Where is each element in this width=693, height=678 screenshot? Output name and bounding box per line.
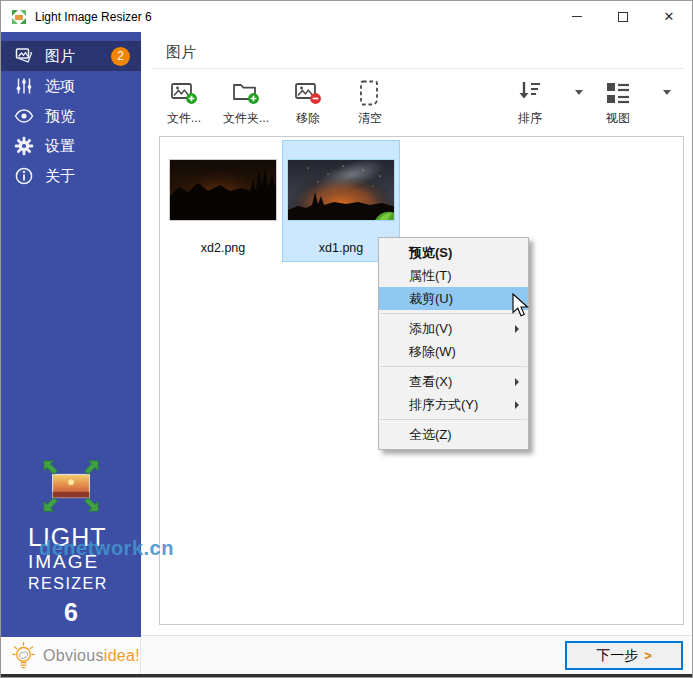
lightbulb-icon	[11, 639, 36, 673]
heading-divider	[151, 68, 684, 69]
view-icon	[603, 78, 633, 108]
sidebar-item-preview[interactable]: 预览	[1, 101, 141, 131]
menu-item-label: 添加(V)	[409, 320, 452, 338]
close-button[interactable]: ✕	[646, 1, 692, 32]
file-name: xd2.png	[165, 241, 281, 255]
menu-item-label: 全选(Z)	[409, 426, 452, 444]
menu-item-label: 查看(X)	[409, 373, 452, 391]
minimize-icon	[572, 16, 582, 17]
submenu-arrow-icon	[515, 401, 519, 409]
window-bottom-edge	[1, 674, 692, 677]
window-title: Light Image Resizer 6	[35, 10, 152, 24]
window-controls: ✕	[554, 1, 692, 32]
menu-item-label: 属性(T)	[409, 267, 452, 285]
sort-dropdown-caret-icon[interactable]	[575, 90, 583, 95]
photos-icon	[14, 46, 34, 66]
obviousidea-brand-bar[interactable]: Obviousidea!	[1, 637, 141, 674]
menu-separator	[380, 313, 527, 314]
menu-separator	[380, 419, 527, 420]
sidebar-item-settings[interactable]: 设置	[1, 131, 141, 161]
menu-item-label: 预览(S)	[409, 244, 452, 262]
file-thumbnail[interactable]	[169, 159, 277, 221]
sort-group: 排序	[507, 74, 595, 127]
footer-bar: 下一步 >	[141, 635, 691, 674]
brand-orange: idea!	[104, 647, 140, 664]
next-arrow-glyph: >	[644, 648, 652, 663]
menu-item-label: 排序方式(Y)	[409, 396, 478, 414]
sidebar-item-images[interactable]: 图片2	[1, 41, 141, 71]
brand-name: Obviousidea!	[43, 647, 140, 665]
menu-item-crop[interactable]: 裁剪(U)	[379, 287, 528, 310]
sidebar-item-label: 图片	[45, 47, 75, 66]
close-icon: ✕	[664, 10, 675, 23]
toolbar-button-label: 清空	[358, 110, 382, 127]
menu-separator	[380, 366, 527, 367]
toolbar-sort-button[interactable]: 排序	[507, 74, 553, 127]
toolbar-clear-button[interactable]: 清空	[347, 74, 393, 127]
add-folder-group: 文件夹...	[223, 74, 285, 127]
add-files-group: 文件...	[161, 74, 223, 127]
sliders-icon	[14, 76, 34, 96]
add-folder-icon	[231, 78, 261, 108]
brand-gray: Obvious	[43, 647, 104, 664]
sidebar-item-label: 设置	[45, 137, 75, 156]
title-bar[interactable]: Light Image Resizer 6 ✕	[1, 1, 692, 32]
sort-icon	[515, 78, 545, 108]
file-tile[interactable]: xd2.png	[164, 140, 282, 262]
view-dropdown-caret-icon[interactable]	[663, 90, 671, 95]
remove-group: 移除	[285, 74, 347, 127]
toolbar-remove-button[interactable]: 移除	[285, 74, 331, 127]
sidebar: 图片2选项预览设置关于 LIGHT IMAGE	[1, 32, 141, 674]
app-window: Light Image Resizer 6 ✕ 图片2选项预览设置关于	[0, 0, 693, 678]
toolbar-add-folder-button[interactable]: 文件夹...	[223, 74, 269, 127]
eye-icon	[14, 106, 34, 126]
watermark: denetwork.cn	[39, 537, 174, 560]
menu-item-remove[interactable]: 移除(W)	[379, 340, 528, 363]
menu-item-label: 移除(W)	[409, 343, 456, 361]
page-title: 图片	[166, 43, 196, 62]
view-group: 视图	[595, 74, 683, 127]
sidebar-item-label: 选项	[45, 77, 75, 96]
next-step-button[interactable]: 下一步 >	[565, 641, 683, 670]
menu-item-properties[interactable]: 属性(T)	[379, 264, 528, 287]
mouse-cursor-icon	[511, 293, 533, 323]
file-thumbnail[interactable]	[287, 159, 395, 221]
toolbar-view-button[interactable]: 视图	[595, 74, 641, 127]
menu-item-add[interactable]: 添加(V)	[379, 317, 528, 340]
toolbar-button-label: 移除	[296, 110, 320, 127]
info-icon	[14, 166, 34, 186]
menu-item-view[interactable]: 查看(X)	[379, 370, 528, 393]
submenu-arrow-icon	[515, 378, 519, 386]
maximize-icon	[618, 12, 628, 22]
menu-item-preview[interactable]: 预览(S)	[379, 241, 528, 264]
add-file-icon	[169, 78, 199, 108]
submenu-arrow-icon	[515, 325, 519, 333]
context-menu: 预览(S)属性(T)裁剪(U)添加(V)移除(W)查看(X)排序方式(Y)全选(…	[378, 237, 529, 450]
toolbar: 文件...文件夹...移除清空 排序视图	[161, 74, 683, 132]
sidebar-item-about[interactable]: 关于	[1, 161, 141, 191]
toolbar-add-files-button[interactable]: 文件...	[161, 74, 207, 127]
app-logo-icon	[11, 9, 27, 25]
gear-icon	[14, 136, 34, 156]
menu-item-label: 裁剪(U)	[409, 290, 453, 308]
logo-line-resizer: RESIZER	[28, 573, 114, 595]
resizer-logo-icon	[38, 456, 104, 516]
next-step-label: 下一步	[596, 647, 638, 665]
minimize-button[interactable]	[554, 1, 600, 32]
clear-icon	[355, 78, 385, 108]
clear-group: 清空	[347, 74, 409, 127]
maximize-button[interactable]	[600, 1, 646, 32]
logo-version: 6	[28, 598, 114, 627]
count-badge: 2	[111, 47, 130, 66]
toolbar-button-label: 文件...	[167, 110, 201, 127]
sidebar-item-options[interactable]: 选项	[1, 71, 141, 101]
toolbar-button-label: 排序	[518, 110, 542, 127]
menu-item-sort-by[interactable]: 排序方式(Y)	[379, 393, 528, 416]
sidebar-item-label: 关于	[45, 167, 75, 186]
toolbar-button-label: 视图	[606, 110, 630, 127]
menu-item-select-all[interactable]: 全选(Z)	[379, 423, 528, 446]
toolbar-button-label: 文件夹...	[223, 110, 269, 127]
remove-image-icon	[293, 78, 323, 108]
sidebar-item-label: 预览	[45, 107, 75, 126]
